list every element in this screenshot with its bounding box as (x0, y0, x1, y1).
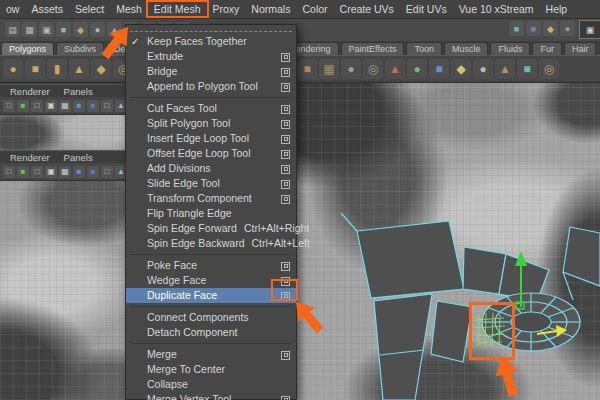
menubar-color[interactable]: Color (296, 2, 333, 16)
menu-item-merge-to-center[interactable]: Merge To Center (126, 362, 296, 377)
menu-item-detach-component[interactable]: Detach Component (126, 325, 296, 340)
shelf-icon[interactable]: ▲ (495, 59, 515, 79)
menu-item-split-polygon-tool[interactable]: Split Polygon Tool (126, 116, 296, 131)
shelf-tab-hair[interactable]: Hair (564, 42, 597, 55)
menu-item-offset-edge-loop-tool[interactable]: Offset Edge Loop Tool (126, 146, 296, 161)
option-box-icon[interactable] (281, 53, 290, 62)
viewport-perspective[interactable] (295, 81, 600, 400)
menu-item-add-divisions[interactable]: Add Divisions (126, 161, 296, 176)
shelf-icon[interactable]: ■ (429, 59, 449, 79)
menubar-proxy[interactable]: Proxy (207, 2, 246, 16)
shelf-icon[interactable]: ◆ (91, 59, 111, 79)
menubar-edit-mesh[interactable]: Edit Mesh (148, 2, 207, 16)
shelf-icon[interactable]: ● (407, 59, 427, 79)
menu-item-cut-faces-tool[interactable]: Cut Faces Tool (126, 101, 296, 116)
panel-icon[interactable]: □ (3, 166, 15, 178)
panel-icon[interactable]: ▣ (45, 166, 57, 178)
shelf-tab-subdivs[interactable]: Subdivs (56, 42, 104, 55)
menu-item-poke-face[interactable]: Poke Face (126, 258, 296, 273)
menubar-edit-uvs[interactable]: Edit UVs (400, 2, 453, 16)
menu-item-extrude[interactable]: Extrude (126, 49, 296, 64)
menu-item-slide-edge-tool[interactable]: Slide Edge Tool (126, 176, 296, 191)
panel-icon[interactable]: □ (3, 100, 15, 112)
option-box-icon[interactable] (281, 195, 290, 204)
option-box-icon[interactable] (281, 150, 290, 159)
shelf-icon[interactable]: ● (473, 59, 493, 79)
panel-icon[interactable]: ▦ (59, 100, 71, 112)
menu-tearoff-handle[interactable] (130, 27, 292, 32)
option-box-icon[interactable] (281, 68, 290, 77)
option-box-icon[interactable] (281, 135, 290, 144)
menubar-ow[interactable]: ow (0, 2, 25, 16)
panel-icon[interactable]: □ (31, 166, 43, 178)
panel-icon[interactable]: ■ (87, 166, 99, 178)
panel-menu-panels[interactable]: Panels (64, 86, 93, 97)
menu-item-spin-edge-forward[interactable]: Spin Edge ForwardCtrl+Alt+Right (126, 221, 296, 236)
shelf-icon[interactable]: ● (3, 59, 23, 79)
status-icon[interactable]: ▤ (5, 22, 20, 37)
panel-menu-renderer[interactable]: Renderer (10, 86, 50, 97)
status-icon[interactable]: ■ (56, 22, 71, 37)
menubar-normals[interactable]: Normals (245, 2, 296, 16)
option-box-icon[interactable] (281, 180, 290, 189)
shelf-icon[interactable]: ● (341, 59, 361, 79)
shelf-icon[interactable]: ▲ (385, 59, 405, 79)
shelf-icon[interactable]: ▦ (319, 59, 339, 79)
panel-icon[interactable]: □ (101, 100, 113, 112)
menu-item-collapse[interactable]: Collapse (126, 377, 296, 392)
menu-item-bridge[interactable]: Bridge (126, 64, 296, 79)
panel-icon[interactable]: ■ (17, 166, 29, 178)
status-icon[interactable]: ◆ (543, 21, 558, 36)
status-icon[interactable]: ● (560, 21, 575, 36)
shelf-icon[interactable]: ◆ (451, 59, 471, 79)
menubar-select[interactable]: Select (69, 2, 110, 16)
panel-menu-panels[interactable]: Panels (64, 152, 93, 163)
status-icon[interactable]: ▦ (22, 22, 37, 37)
viewport-bottom-left[interactable] (0, 180, 125, 400)
option-box-icon[interactable] (281, 262, 290, 271)
menu-item-connect-components[interactable]: Connect Components (126, 310, 296, 325)
shelf-icon[interactable]: ■ (25, 59, 45, 79)
shelf-tab-polygons[interactable]: Polygons (1, 42, 54, 55)
menu-item-transform-component[interactable]: Transform Component (126, 191, 296, 206)
menu-item-flip-triangle-edge[interactable]: Flip Triangle Edge (126, 206, 296, 221)
panel-icon[interactable]: □ (31, 100, 43, 112)
menu-item-keep-faces-together[interactable]: ✓Keep Faces Together (126, 34, 296, 49)
panel-icon[interactable]: ■ (87, 100, 99, 112)
option-box-icon[interactable] (281, 83, 290, 92)
panel-icon[interactable]: □ (101, 166, 113, 178)
status-icon[interactable]: ■ (509, 21, 524, 36)
menubar-help[interactable]: Help (540, 2, 574, 16)
shelf-tab-painteffects[interactable]: PaintEffects (341, 42, 405, 55)
menubar-vue-10-xstream[interactable]: Vue 10 xStream (453, 2, 540, 16)
shelf-icon[interactable]: ▲ (69, 59, 89, 79)
status-icon[interactable]: ● (90, 22, 105, 37)
shelf-tab-fluids[interactable]: Fluids (490, 42, 530, 55)
menubar-mesh[interactable]: Mesh (110, 2, 148, 16)
option-box-icon[interactable] (281, 105, 290, 114)
panel-icon[interactable]: ▦ (59, 166, 71, 178)
panel-icon[interactable]: ■ (73, 100, 85, 112)
viewport-top-left[interactable] (0, 114, 125, 150)
panel-icon[interactable]: ▣ (45, 100, 57, 112)
shelf-icon[interactable]: ■ (517, 59, 537, 79)
panel-menu-renderer[interactable]: Renderer (10, 152, 50, 163)
menu-item-merge[interactable]: Merge (126, 347, 296, 362)
status-icon[interactable]: ■ (526, 21, 541, 36)
status-icon[interactable]: ▣ (39, 22, 54, 37)
shelf-tab-fur[interactable]: Fur (532, 42, 562, 55)
shelf-icon[interactable]: ■ (297, 59, 317, 79)
shelf-tab-toon[interactable]: Toon (406, 42, 442, 55)
option-box-icon[interactable] (281, 165, 290, 174)
status-icon[interactable]: ◆ (73, 22, 88, 37)
status-end-button[interactable]: ▣ (579, 20, 600, 39)
option-box-icon[interactable] (281, 396, 290, 400)
shelf-tab-muscle[interactable]: Muscle (444, 42, 489, 55)
option-box-icon[interactable] (281, 120, 290, 129)
menu-item-merge-vertex-tool[interactable]: Merge Vertex Tool (126, 392, 296, 400)
menu-item-spin-edge-backward[interactable]: Spin Edge BackwardCtrl+Alt+Left (126, 236, 296, 251)
panel-icon[interactable]: ■ (17, 100, 29, 112)
status-icon[interactable]: ▲ (107, 22, 122, 37)
menu-item-insert-edge-loop-tool[interactable]: Insert Edge Loop Tool (126, 131, 296, 146)
shelf-icon[interactable]: ▮ (47, 59, 67, 79)
